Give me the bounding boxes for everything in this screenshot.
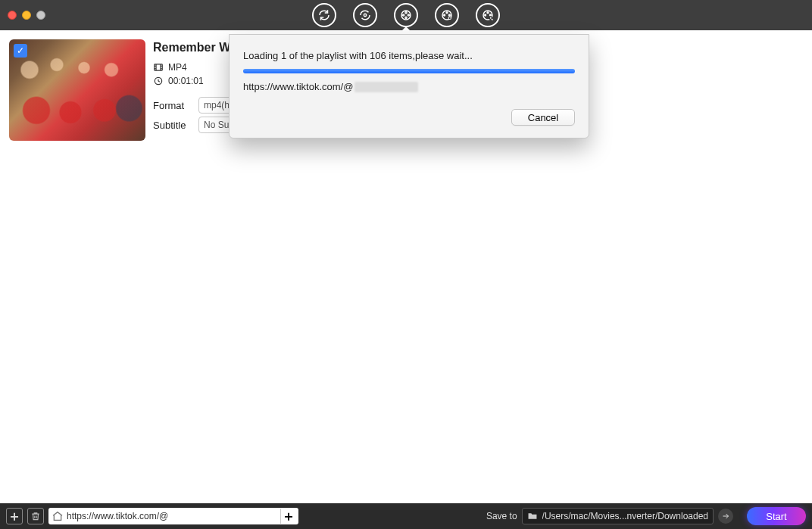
video-reel-settings-icon[interactable] [435,3,459,27]
url-input[interactable] [67,511,277,521]
thumbnail-checkbox[interactable]: ✓ [14,44,27,58]
top-mode-icons [312,3,500,27]
loading-url-prefix: https://www.tiktok.com/@ [243,81,353,92]
clock-icon [153,76,164,86]
folder-icon [527,512,538,521]
svg-point-5 [405,17,407,18]
loading-url: https://www.tiktok.com/@ [243,81,575,92]
delete-task-button[interactable] [27,508,44,524]
close-window[interactable] [8,11,17,20]
window-controls [8,11,45,20]
svg-point-7 [446,12,448,14]
home-icon [52,510,64,522]
svg-point-4 [408,14,409,16]
loading-url-hidden [354,82,418,92]
svg-point-9 [448,14,450,16]
url-add-button[interactable]: ＋ [280,509,295,524]
progress-bar [243,69,575,73]
save-path-box[interactable]: /Users/mac/Movies...nverter/Downloaded [522,508,714,524]
video-duration: 00:01:01 [168,76,204,86]
svg-point-14 [489,14,491,16]
titlebar [0,0,812,30]
svg-point-12 [487,12,489,14]
svg-point-8 [444,14,445,16]
video-reel-icon[interactable] [394,3,418,27]
loading-status: Loading 1 of the playlist with 106 items… [243,50,575,61]
svg-point-15 [489,17,492,19]
video-thumbnail[interactable]: ✓ [9,39,145,141]
save-to-group: Save to /Users/mac/Movies...nverter/Down… [486,508,733,524]
refresh-icon[interactable] [312,3,336,27]
loading-modal: Loading 1 of the playlist with 106 items… [229,34,589,138]
format-label: Format [153,100,192,111]
svg-point-0 [364,14,366,16]
main-area: ✓ Remember W MP4 00:01:01 Format mp4(h [0,30,812,503]
svg-point-13 [485,14,486,16]
start-button[interactable]: Start [747,507,806,525]
maximize-window[interactable] [36,11,45,20]
svg-point-3 [403,14,404,16]
save-to-label: Save to [486,511,517,521]
cancel-button[interactable]: Cancel [511,109,575,126]
minimize-window[interactable] [22,11,31,20]
open-folder-button[interactable] [718,509,733,524]
svg-point-2 [405,12,407,14]
convert-settings-icon[interactable] [353,3,377,27]
svg-rect-16 [155,64,163,70]
film-icon [153,62,164,73]
bottom-bar: ＋ ＋ Save to /Users/mac/Movies...nverter/… [0,503,812,529]
video-format-badge: MP4 [168,62,187,73]
url-input-wrap: ＋ [48,508,298,524]
add-task-button[interactable]: ＋ [6,508,23,524]
subtitle-label: Subtitle [153,120,192,131]
save-path-text: /Users/mac/Movies...nverter/Downloaded [542,511,708,521]
video-reel-search-icon[interactable] [476,3,500,27]
